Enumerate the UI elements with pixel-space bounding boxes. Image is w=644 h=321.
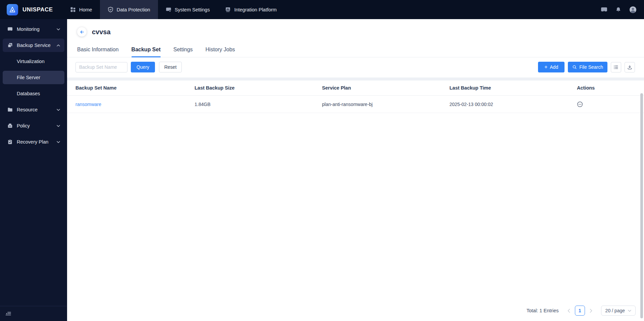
table-row: ransomware 1.84GB plan-anti-ransomware-b… bbox=[67, 96, 644, 113]
previous-page-button[interactable] bbox=[564, 309, 574, 313]
sidebar-footer bbox=[0, 306, 67, 321]
brand: UNISPACE bbox=[0, 4, 62, 15]
bell-icon[interactable] bbox=[615, 7, 621, 13]
chevron-down-icon bbox=[628, 310, 631, 312]
tab-history-jobs[interactable]: History Jobs bbox=[206, 47, 235, 57]
next-page-button[interactable] bbox=[586, 309, 596, 313]
reset-button[interactable]: Reset bbox=[159, 62, 182, 72]
query-button[interactable]: Query bbox=[131, 62, 155, 72]
chevron-up-icon bbox=[57, 44, 60, 47]
tab-basic-information[interactable]: Basic Information bbox=[77, 47, 119, 57]
column-header-backup-set-name: Backup Set Name bbox=[67, 85, 195, 91]
nav-item-label: Data Protection bbox=[117, 7, 150, 12]
avatar[interactable] bbox=[629, 6, 637, 13]
plus-icon: + bbox=[544, 64, 547, 70]
detail-tabs: Basic Information Backup Set Settings Hi… bbox=[67, 47, 644, 57]
page-size-select[interactable]: 20 / page bbox=[601, 306, 636, 316]
nav-item-label: System Settings bbox=[175, 7, 210, 12]
add-button[interactable]: + Add bbox=[538, 62, 565, 72]
last-backup-time-cell: 2025-02-13 00:00:02 bbox=[449, 102, 577, 107]
service-plan-cell: plan-anti-ransomware-bj bbox=[322, 102, 449, 107]
vertical-scrollbar[interactable] bbox=[640, 93, 643, 318]
nav-item-label: Integration Platform bbox=[234, 7, 277, 12]
row-actions-ellipsis-icon[interactable] bbox=[577, 101, 583, 107]
sidebar-item-label: Backup Service bbox=[17, 43, 51, 48]
primary-nav: Home Data Protection System Settings Int… bbox=[62, 0, 284, 19]
sidebar-item-virtualization[interactable]: Virtualization bbox=[3, 55, 64, 68]
tab-settings[interactable]: Settings bbox=[173, 47, 193, 57]
file-search-button[interactable]: File Search bbox=[568, 62, 607, 72]
sidebar-item-resource[interactable]: Resource bbox=[3, 103, 64, 116]
column-header-last-backup-time: Last Backup Time bbox=[449, 85, 577, 91]
unispace-logo-icon bbox=[7, 4, 18, 15]
backup-set-table-header: Backup Set Name Last Backup Size Service… bbox=[67, 81, 644, 96]
backup-service-icon bbox=[7, 43, 13, 48]
page-header: cvvsa bbox=[67, 19, 644, 37]
arrow-left-icon bbox=[79, 30, 85, 35]
download-icon bbox=[627, 65, 632, 70]
last-backup-size-cell: 1.84GB bbox=[195, 102, 322, 107]
sidebar: Monitoring Backup Service Virtualization… bbox=[0, 19, 67, 321]
clipboard-check-icon bbox=[7, 139, 13, 145]
back-button[interactable] bbox=[77, 27, 87, 37]
list-icon bbox=[613, 65, 619, 70]
column-header-last-backup-size: Last Backup Size bbox=[195, 85, 322, 91]
chevron-right-icon bbox=[590, 309, 592, 313]
pagination-total: Total: 1 Entries bbox=[527, 308, 559, 313]
collapse-sidebar-icon[interactable] bbox=[5, 311, 11, 317]
file-search-label: File Search bbox=[579, 64, 603, 70]
nav-item-integration-platform[interactable]: Integration Platform bbox=[217, 0, 284, 19]
chevron-down-icon bbox=[57, 141, 60, 143]
download-button[interactable] bbox=[625, 62, 635, 72]
sidebar-item-backup-service[interactable]: Backup Service bbox=[3, 39, 64, 52]
toolbar-right-actions: + Add File Search bbox=[538, 62, 635, 72]
chevron-down-icon bbox=[57, 28, 60, 31]
page-number-1[interactable]: 1 bbox=[575, 306, 585, 316]
add-button-label: Add bbox=[550, 64, 558, 70]
tab-backup-set[interactable]: Backup Set bbox=[131, 47, 161, 57]
message-icon[interactable] bbox=[601, 7, 607, 13]
brand-name: UNISPACE bbox=[22, 6, 53, 13]
sidebar-item-label: Resource bbox=[17, 107, 38, 112]
pagination: Total: 1 Entries 1 20 / page bbox=[527, 306, 636, 316]
nav-item-home[interactable]: Home bbox=[62, 0, 100, 19]
sidebar-item-label: Databases bbox=[17, 91, 40, 96]
top-navigation: UNISPACE Home Data Protection System Set… bbox=[0, 0, 644, 19]
main-content: cvvsa Basic Information Backup Set Setti… bbox=[67, 19, 644, 321]
sidebar-item-monitoring[interactable]: Monitoring bbox=[3, 22, 64, 36]
monitor-settings-icon bbox=[166, 7, 171, 12]
sidebar-item-label: Monitoring bbox=[17, 26, 40, 32]
backup-set-name-input[interactable] bbox=[75, 62, 127, 72]
section-divider-band bbox=[67, 77, 644, 81]
sidebar-item-label: Policy bbox=[17, 123, 30, 128]
sidebar-item-policy[interactable]: Policy bbox=[3, 119, 64, 132]
page-title: cvvsa bbox=[92, 28, 111, 36]
page-size-value: 20 / page bbox=[605, 308, 625, 313]
nav-item-system-settings[interactable]: System Settings bbox=[158, 0, 218, 19]
backup-set-toolbar: Query Reset + Add File Search bbox=[67, 57, 644, 77]
column-list-button[interactable] bbox=[611, 62, 621, 72]
bar-chart-board-icon bbox=[225, 7, 231, 12]
folder-icon bbox=[7, 107, 13, 112]
sidebar-item-label: File Server bbox=[17, 75, 40, 80]
column-header-actions: Actions bbox=[577, 85, 644, 91]
sidebar-item-recovery-plan[interactable]: Recovery Plan bbox=[3, 135, 64, 149]
sidebar-item-databases[interactable]: Databases bbox=[3, 87, 64, 100]
sidebar-item-file-server[interactable]: File Server bbox=[3, 71, 64, 84]
chevron-left-icon bbox=[568, 309, 570, 313]
sidebar-item-label: Virtualization bbox=[17, 59, 45, 64]
policy-icon bbox=[7, 123, 13, 128]
backup-set-name-link[interactable]: ransomware bbox=[75, 102, 101, 107]
chevron-down-icon bbox=[57, 109, 60, 111]
home-icon bbox=[70, 7, 76, 12]
shield-check-icon bbox=[108, 7, 113, 12]
column-header-service-plan: Service Plan bbox=[322, 85, 449, 91]
chevron-down-icon bbox=[57, 125, 60, 127]
sidebar-item-label: Recovery Plan bbox=[17, 139, 48, 145]
topnav-right-tools bbox=[601, 6, 644, 13]
search-icon bbox=[572, 65, 577, 69]
monitoring-icon bbox=[7, 26, 13, 32]
nav-item-label: Home bbox=[79, 7, 92, 12]
nav-item-data-protection[interactable]: Data Protection bbox=[100, 0, 158, 19]
